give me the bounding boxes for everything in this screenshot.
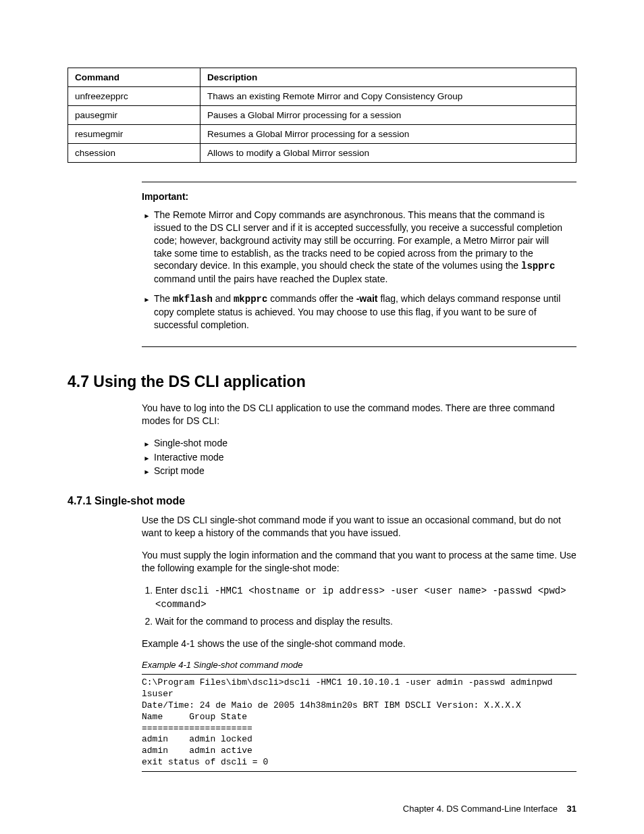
cell-command: pausegmir <box>68 106 200 125</box>
step-command: dscli -HMC1 <hostname or ip address> -us… <box>155 585 566 610</box>
page: Command Description unfreezepprc Thaws a… <box>0 0 644 834</box>
footer-chapter: Chapter 4. DS Command-Line Interface <box>403 804 558 814</box>
step-item: Enter dscli -HMC1 <hostname or ip addres… <box>155 584 576 611</box>
note-item: The mkflash and mkpprc commands offer th… <box>154 292 568 332</box>
important-note: Important: The Remote Mirror and Copy co… <box>142 182 576 347</box>
cell-command: chsession <box>68 144 200 163</box>
table-row: chsession Allows to modify a Global Mirr… <box>68 144 576 163</box>
example-caption: Example 4-1 Single-shot command mode <box>142 659 576 671</box>
inline-command: lspprc <box>521 261 555 271</box>
cell-description: Resumes a Global Mirror processing for a… <box>200 125 576 144</box>
footer-page-number: 31 <box>567 804 576 814</box>
mode-item: Interactive mode <box>154 451 576 464</box>
subsection-heading: 4.7.1 Single-shot mode <box>68 495 576 507</box>
table-header-row: Command Description <box>68 68 576 87</box>
inline-command: mkflash <box>173 294 213 305</box>
inline-flag: -wait <box>356 293 378 304</box>
mode-list: Single-shot mode Interactive mode Script… <box>142 437 576 478</box>
note-text: commands offer the <box>267 293 356 304</box>
step-lead: Enter <box>155 585 180 596</box>
subsection-body: Use the DS CLI single-shot command mode … <box>142 514 576 772</box>
table-header-command: Command <box>68 68 200 87</box>
table-row: resumegmir Resumes a Global Mirror proce… <box>68 125 576 144</box>
cell-command: unfreezepprc <box>68 87 200 106</box>
note-title: Important: <box>142 190 568 203</box>
paragraph: Use the DS CLI single-shot command mode … <box>142 514 576 540</box>
note-text: and <box>213 293 234 304</box>
table-header-description: Description <box>200 68 576 87</box>
step-item: Wait for the command to process and disp… <box>155 615 576 628</box>
note-text: The <box>154 293 173 304</box>
table-row: pausegmir Pauses a Global Mirror process… <box>68 106 576 125</box>
mode-item: Script mode <box>154 465 576 477</box>
section-body: You have to log into the DS CLI applicat… <box>142 402 576 477</box>
mode-item: Single-shot mode <box>154 437 576 450</box>
note-text: command until the pairs have reached the… <box>154 273 387 284</box>
section-heading: 4.7 Using the DS CLI application <box>68 373 576 391</box>
steps-list: Enter dscli -HMC1 <hostname or ip addres… <box>142 584 576 628</box>
example-code: C:\Program Files\ibm\dscli>dscli -HMC1 1… <box>142 677 576 768</box>
cell-description: Pauses a Global Mirror processing for a … <box>200 106 576 125</box>
cell-command: resumegmir <box>68 125 200 144</box>
note-item: The Remote Mirror and Copy commands are … <box>154 209 568 286</box>
command-table: Command Description unfreezepprc Thaws a… <box>68 68 576 163</box>
cell-description: Thaws an existing Remote Mirror and Copy… <box>200 87 576 106</box>
cell-description: Allows to modify a Global Mirror session <box>200 144 576 163</box>
paragraph: You must supply the login information an… <box>142 549 576 575</box>
table-row: unfreezepprc Thaws an existing Remote Mi… <box>68 87 576 106</box>
page-footer: Chapter 4. DS Command-Line Interface 31 <box>403 804 576 814</box>
example-block: C:\Program Files\ibm\dscli>dscli -HMC1 1… <box>142 674 576 772</box>
note-text: The Remote Mirror and Copy commands are … <box>154 209 562 271</box>
section-intro: You have to log into the DS CLI applicat… <box>142 402 576 427</box>
inline-command: mkpprc <box>234 294 267 305</box>
paragraph: Example 4-1 shows the use of the single-… <box>142 637 576 650</box>
